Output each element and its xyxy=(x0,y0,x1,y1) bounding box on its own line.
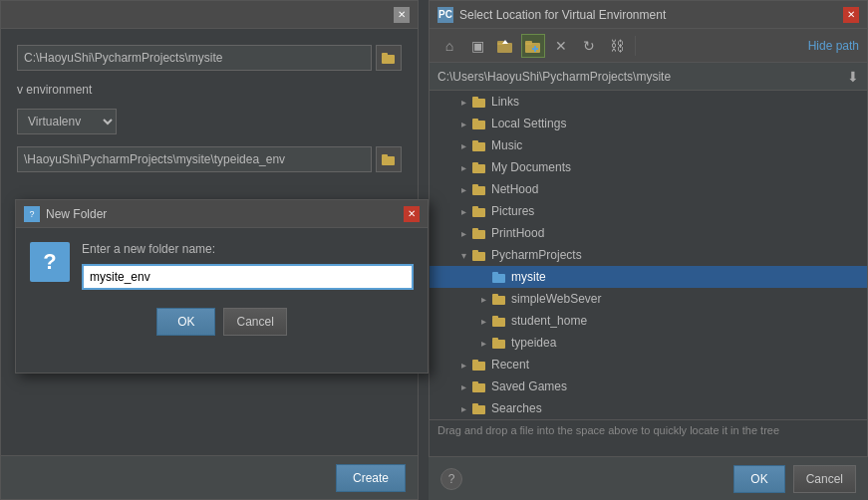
folder-icon xyxy=(491,291,507,307)
chevron-icon: ▾ xyxy=(457,249,469,261)
svg-rect-17 xyxy=(472,164,485,173)
chevron-icon: ▸ xyxy=(457,227,469,239)
tree-item-label: mysite xyxy=(511,270,546,284)
env-type-dropdown[interactable]: Virtualenv xyxy=(17,109,117,134)
file-window-title: Select Location for Virtual Environment xyxy=(459,8,837,22)
folder-icon xyxy=(471,137,487,153)
new-folder-cancel-button[interactable]: Cancel xyxy=(223,308,286,336)
new-folder-title: New Folder xyxy=(46,207,398,221)
new-folder-icon xyxy=(525,39,541,53)
tree-item[interactable]: ▾ PycharmProjects xyxy=(430,244,867,266)
tree-item-label: typeidea xyxy=(511,336,556,350)
new-folder-content: ? Enter a new folder name: xyxy=(16,228,428,298)
refresh-button[interactable]: ↻ xyxy=(577,34,601,58)
tree-item[interactable]: ▸ My Documents xyxy=(430,156,867,178)
tree-item[interactable]: ▸ Music xyxy=(430,134,867,156)
chevron-icon: ▸ xyxy=(457,118,469,129)
home-button[interactable]: ⌂ xyxy=(437,34,461,58)
tree-item[interactable]: ▸ Saved Games xyxy=(430,375,867,397)
svg-rect-38 xyxy=(472,381,478,384)
svg-rect-16 xyxy=(472,140,478,143)
tree-item[interactable]: ▸ PrintHood xyxy=(430,222,867,244)
cancel-button[interactable]: Cancel xyxy=(793,465,856,493)
svg-rect-34 xyxy=(492,338,498,341)
layout-button[interactable]: ▣ xyxy=(465,34,489,58)
chevron-icon: ▸ xyxy=(457,183,469,195)
new-folder-prompt: Enter a new folder name: xyxy=(82,242,414,256)
svg-rect-28 xyxy=(492,272,498,275)
tree-item[interactable]: ▸ simpleWebSever xyxy=(430,288,867,310)
chevron-icon: ▸ xyxy=(477,337,489,349)
chevron-icon: ▸ xyxy=(477,293,489,305)
new-folder-title-icon: ? xyxy=(24,206,40,222)
tree-item[interactable]: mysite xyxy=(430,266,867,288)
bg-window-titlebar: ✕ xyxy=(1,1,418,29)
new-folder-input[interactable] xyxy=(82,264,414,290)
folder-icon xyxy=(471,116,487,131)
hide-path-button[interactable]: Hide path xyxy=(808,39,859,53)
folder-icon xyxy=(471,94,487,110)
chevron-icon: ▸ xyxy=(457,139,469,151)
new-folder-close-button[interactable]: ✕ xyxy=(404,206,420,222)
file-window-close-button[interactable]: ✕ xyxy=(843,7,859,23)
svg-rect-29 xyxy=(492,296,505,305)
folder-icon xyxy=(471,378,487,394)
link-button[interactable]: ⛓ xyxy=(605,34,629,58)
chevron-icon: ▸ xyxy=(457,96,469,108)
svg-rect-19 xyxy=(472,186,485,195)
svg-rect-14 xyxy=(472,119,478,122)
tree-item-label: NetHood xyxy=(491,182,538,196)
svg-rect-0 xyxy=(382,55,395,64)
new-folder-button[interactable] xyxy=(521,34,545,58)
svg-rect-3 xyxy=(382,154,388,157)
svg-rect-25 xyxy=(472,252,485,261)
new-folder-ok-button[interactable]: OK xyxy=(156,308,215,336)
svg-rect-1 xyxy=(382,53,388,56)
folder-up-button[interactable] xyxy=(493,34,517,58)
svg-rect-15 xyxy=(472,142,485,151)
tree-item-label: simpleWebSever xyxy=(511,292,601,306)
folder-icon xyxy=(471,159,487,175)
tree-item[interactable]: ▸ Pictures xyxy=(430,200,867,222)
tree-item[interactable]: ▸ Links xyxy=(430,91,867,113)
tree-item-label: PrintHood xyxy=(491,226,544,240)
folder-env-icon xyxy=(382,153,396,165)
svg-rect-12 xyxy=(472,97,478,100)
file-browser-window: PC Select Location for Virtual Environme… xyxy=(429,0,868,500)
tree-item-label: Music xyxy=(491,138,522,152)
file-tree[interactable]: ▸ Links▸ Local Settings▸ Music▸ My Docum… xyxy=(430,91,867,419)
svg-rect-23 xyxy=(472,230,485,239)
close-button[interactable]: ✕ xyxy=(549,34,573,58)
svg-rect-13 xyxy=(472,121,485,129)
tree-item-label: Pictures xyxy=(491,204,534,218)
folder-icon xyxy=(491,269,507,285)
chevron-icon: ▸ xyxy=(457,402,469,414)
current-path: C:\Users\HaoyuShi\PycharmProjects\mysite xyxy=(437,70,843,84)
svg-rect-11 xyxy=(472,99,485,108)
tree-item-label: Links xyxy=(491,95,519,109)
tree-item-label: student_home xyxy=(511,314,587,328)
help-button[interactable]: ? xyxy=(440,468,462,490)
ok-button[interactable]: OK xyxy=(733,465,784,493)
bg-window-close-button[interactable]: ✕ xyxy=(394,7,410,23)
tree-item[interactable]: ▸ NetHood xyxy=(430,178,867,200)
chevron-icon: ▸ xyxy=(457,205,469,217)
svg-rect-21 xyxy=(472,208,485,217)
svg-rect-27 xyxy=(492,274,505,283)
svg-rect-32 xyxy=(492,316,498,319)
browse-env-button[interactable] xyxy=(376,146,402,172)
project-path-input[interactable] xyxy=(17,45,372,71)
browse-project-button[interactable] xyxy=(376,45,402,71)
tree-item[interactable]: ▸ Local Settings xyxy=(430,113,867,134)
tree-item[interactable]: ▸ student_home xyxy=(430,310,867,332)
tree-item[interactable]: ▸ typeidea xyxy=(430,332,867,354)
tree-item-label: PycharmProjects xyxy=(491,248,582,262)
question-icon: ? xyxy=(30,242,70,282)
tree-item-label: Saved Games xyxy=(491,379,567,393)
tree-item[interactable]: ▸ Recent xyxy=(430,354,867,375)
svg-rect-18 xyxy=(472,162,478,165)
env-label: v environment xyxy=(17,83,402,97)
env-path-input[interactable] xyxy=(17,146,372,172)
tree-item[interactable]: ▸ Searches xyxy=(430,397,867,419)
create-button[interactable]: Create xyxy=(336,464,406,492)
